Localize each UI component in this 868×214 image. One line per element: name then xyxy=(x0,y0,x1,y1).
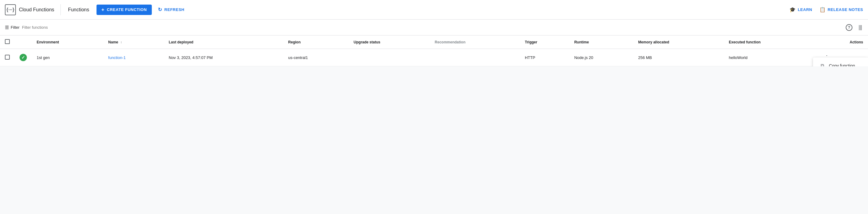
refresh-icon: ↻ xyxy=(158,7,162,12)
cloud-functions-logo-icon: {···} xyxy=(5,4,16,15)
header-last-deployed-col: Last deployed xyxy=(164,35,283,49)
row-checkbox-cell xyxy=(0,49,15,66)
header-checkbox-col xyxy=(0,35,15,49)
row-name-cell: function-1 xyxy=(103,49,164,66)
select-all-checkbox[interactable] xyxy=(5,39,10,44)
row-trigger-cell: HTTP xyxy=(520,49,569,66)
status-ok-icon: ✓ xyxy=(20,54,27,61)
header-executed-col: Executed function xyxy=(724,35,816,49)
app-title: Cloud Functions xyxy=(19,7,54,12)
row-last-deployed-cell: Nov 3, 2023, 4:57:07 PM xyxy=(164,49,283,66)
row-recommendation-cell xyxy=(430,49,520,66)
row-environment-cell: 1st gen xyxy=(32,49,103,66)
create-function-button[interactable]: + CREATE FUNCTION xyxy=(96,5,152,15)
filter-icon: ☰ xyxy=(5,25,9,30)
filter-right: ? ||| xyxy=(844,23,863,32)
section-title: Functions xyxy=(61,7,96,12)
row-runtime-cell: Node.js 20 xyxy=(569,49,633,66)
release-notes-icon: 📋 xyxy=(819,7,826,12)
row-actions-cell: ⋮ ⧉ Copy function ▶ Test function ≡ xyxy=(816,49,868,66)
filter-input[interactable] xyxy=(22,25,842,30)
row-status-cell: ✓ xyxy=(15,49,32,66)
context-menu: ⧉ Copy function ▶ Test function ≡ View l… xyxy=(813,57,868,66)
functions-table: Environment Name ↑ Last deployed Region … xyxy=(0,35,868,66)
plus-icon: + xyxy=(101,7,104,12)
filter-bar: ☰ Filter ? ||| xyxy=(0,20,868,35)
release-notes-link[interactable]: 📋 RELEASE NOTES xyxy=(819,7,863,12)
copy-icon: ⧉ xyxy=(819,63,825,66)
functions-table-container: Environment Name ↑ Last deployed Region … xyxy=(0,35,868,66)
header-actions-col: Actions xyxy=(816,35,868,49)
header-memory-col: Memory allocated xyxy=(633,35,724,49)
top-nav: {···} Cloud Functions Functions + CREATE… xyxy=(0,0,868,20)
sort-ascending-icon: ↑ xyxy=(120,41,122,44)
help-button[interactable]: ? xyxy=(844,23,854,32)
header-status-col xyxy=(15,35,32,49)
header-upgrade-status-col: Upgrade status xyxy=(349,35,430,49)
refresh-button[interactable]: ↻ REFRESH xyxy=(153,4,189,15)
filter-button[interactable]: ☰ Filter xyxy=(5,25,20,30)
nav-right: 🎓 LEARN 📋 RELEASE NOTES xyxy=(789,7,863,12)
row-upgrade-status-cell xyxy=(349,49,430,66)
nav-actions: + CREATE FUNCTION ↻ REFRESH xyxy=(96,4,789,15)
row-executed-cell: helloWorld xyxy=(724,49,816,66)
header-environment-col: Environment xyxy=(32,35,103,49)
nav-logo: {···} Cloud Functions xyxy=(5,4,61,15)
header-runtime-col: Runtime xyxy=(569,35,633,49)
help-icon: ? xyxy=(846,24,852,31)
header-recommendation-col: Recommendation xyxy=(430,35,520,49)
header-region-col: Region xyxy=(283,35,349,49)
table-header-row: Environment Name ↑ Last deployed Region … xyxy=(0,35,868,49)
row-memory-cell: 256 MB xyxy=(633,49,724,66)
table-row: ✓ 1st gen function-1 Nov 3, 2023, 4:57:0… xyxy=(0,49,868,66)
learn-link[interactable]: 🎓 LEARN xyxy=(789,7,812,12)
header-name-col[interactable]: Name ↑ xyxy=(103,35,164,49)
copy-function-menu-item[interactable]: ⧉ Copy function xyxy=(813,60,868,66)
columns-icon: ||| xyxy=(859,24,862,31)
learn-icon: 🎓 xyxy=(789,7,796,12)
row-region-cell: us-central1 xyxy=(283,49,349,66)
header-trigger-col: Trigger xyxy=(520,35,569,49)
row-checkbox[interactable] xyxy=(5,55,10,60)
function-name-link[interactable]: function-1 xyxy=(108,55,126,60)
columns-button[interactable]: ||| xyxy=(857,23,863,32)
